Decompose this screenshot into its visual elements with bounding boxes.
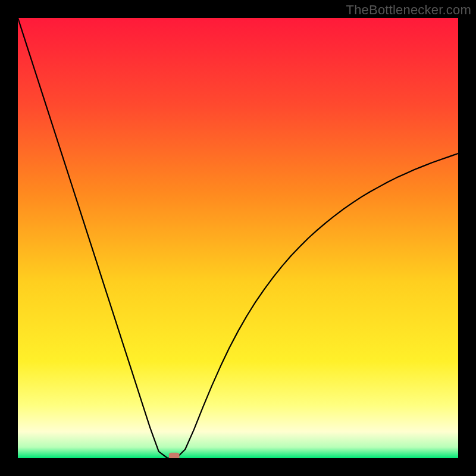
chart-plot [18,18,458,458]
gradient-background [18,18,458,458]
chart-frame [18,18,458,458]
optimal-point-marker [169,453,180,458]
watermark-text: TheBottlenecker.com [346,2,471,18]
